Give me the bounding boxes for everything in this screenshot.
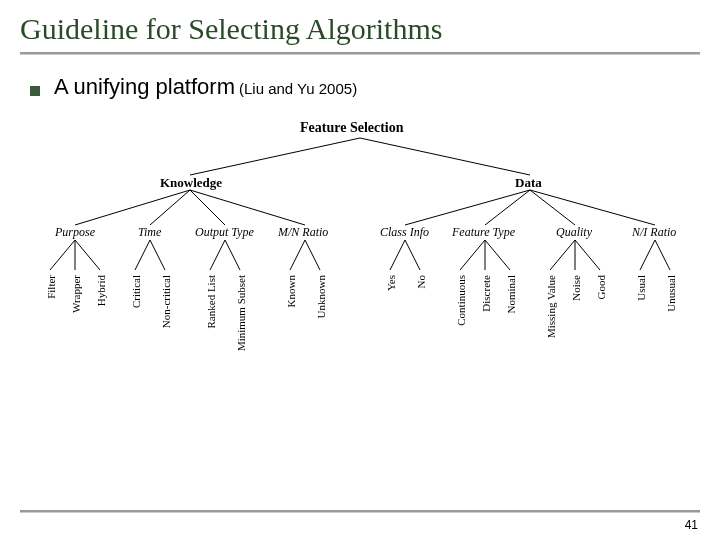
svg-line-20 — [405, 240, 420, 270]
svg-line-19 — [390, 240, 405, 270]
svg-line-14 — [150, 240, 165, 270]
svg-line-10 — [50, 240, 75, 270]
svg-line-5 — [190, 190, 305, 225]
branch-knowledge: Knowledge — [160, 175, 222, 191]
leaf-usual: Usual — [635, 275, 647, 301]
svg-line-13 — [135, 240, 150, 270]
bullet-row: A unifying platform (Liu and Yu 2005) — [20, 74, 700, 100]
leaf-wrapper: Wrapper — [70, 275, 82, 313]
leaf-noise: Noise — [570, 275, 582, 301]
svg-line-12 — [75, 240, 100, 270]
svg-line-4 — [190, 190, 225, 225]
cat-output-type: Output Type — [195, 225, 254, 240]
leaf-unknown: Unknown — [315, 275, 327, 318]
title-underline — [20, 52, 700, 54]
svg-line-1 — [360, 138, 530, 175]
leaf-missing-value: Missing Value — [545, 275, 557, 338]
leaf-yes: Yes — [385, 275, 397, 291]
cat-time: Time — [138, 225, 161, 240]
svg-line-26 — [575, 240, 600, 270]
leaf-no: No — [415, 275, 427, 288]
svg-line-28 — [655, 240, 670, 270]
cat-mn-ratio: M/N Ratio — [278, 225, 328, 240]
svg-line-17 — [290, 240, 305, 270]
svg-line-27 — [640, 240, 655, 270]
bullet-citation: (Liu and Yu 2005) — [239, 80, 357, 97]
leaf-critical: Critical — [130, 275, 142, 308]
cat-quality: Quality — [556, 225, 592, 240]
square-bullet-icon — [30, 86, 40, 96]
svg-line-16 — [225, 240, 240, 270]
leaf-discrete: Discrete — [480, 275, 492, 312]
svg-line-6 — [405, 190, 530, 225]
svg-line-21 — [460, 240, 485, 270]
svg-line-2 — [75, 190, 190, 225]
branch-data: Data — [515, 175, 542, 191]
leaf-hybrid: Hybrid — [95, 275, 107, 306]
svg-line-0 — [190, 138, 360, 175]
cat-purpose: Purpose — [55, 225, 95, 240]
tree-connectors — [20, 120, 700, 410]
leaf-continuous: Continuous — [455, 275, 467, 326]
cat-ni-ratio: N/I Ratio — [632, 225, 676, 240]
svg-line-18 — [305, 240, 320, 270]
leaf-minimum-subset: Minimum Subset — [235, 275, 247, 351]
svg-line-7 — [485, 190, 530, 225]
svg-line-23 — [485, 240, 510, 270]
leaf-nominal: Nominal — [505, 275, 517, 314]
svg-line-9 — [530, 190, 655, 225]
svg-line-15 — [210, 240, 225, 270]
slide-title: Guideline for Selecting Algorithms — [20, 12, 700, 52]
svg-line-3 — [150, 190, 190, 225]
tree-diagram: Feature Selection Knowledge Data Purpose… — [20, 120, 700, 410]
cat-feature-type: Feature Type — [452, 225, 515, 240]
tree-root: Feature Selection — [300, 120, 404, 136]
svg-line-8 — [530, 190, 575, 225]
cat-class-info: Class Info — [380, 225, 429, 240]
bullet-text: A unifying platform — [54, 74, 235, 99]
footer-underline — [20, 510, 700, 512]
svg-line-24 — [550, 240, 575, 270]
leaf-ranked-list: Ranked List — [205, 275, 217, 328]
leaf-good: Good — [595, 275, 607, 299]
page-number: 41 — [685, 518, 698, 532]
leaf-unusual: Unusual — [665, 275, 677, 312]
leaf-known: Known — [285, 275, 297, 307]
leaf-filter: Filter — [45, 275, 57, 299]
leaf-non-critical: Non-critical — [160, 275, 172, 328]
